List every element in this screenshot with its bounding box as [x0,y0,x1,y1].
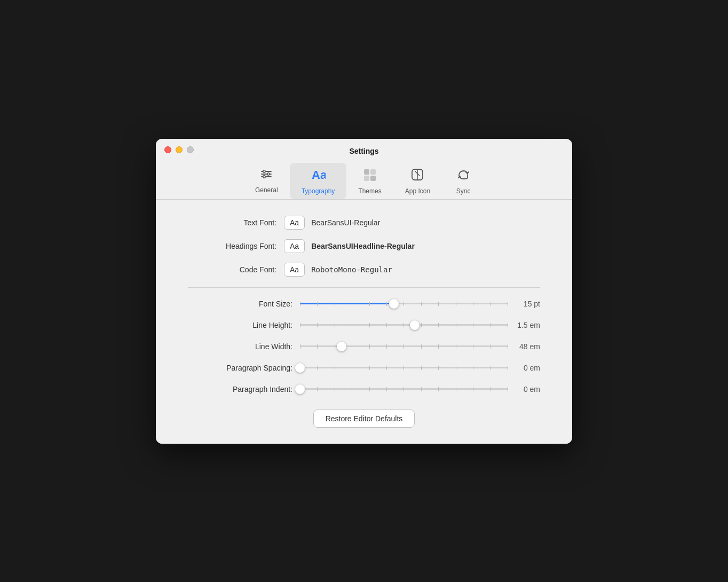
tab-app-icon-label: App Icon [405,187,430,195]
tab-general-label: General [255,186,278,194]
line-width-value: 48 em [508,342,540,351]
settings-window: Settings General [156,139,572,444]
app-icon-icon [410,167,425,185]
headings-font-name: BearSansUIHeadline-Regular [311,242,415,250]
toolbar: General Aa Typography [164,161,564,199]
fonts-section: Text Font: Aa BearSansUI-Regular Heading… [188,216,540,277]
paragraph-spacing-slider-wrap [300,363,508,373]
font-size-label: Font Size: [188,300,300,308]
sliders-section: Font Size: 15 pt Li [188,298,540,395]
themes-icon [362,167,377,185]
typography-icon: Aa [311,167,326,185]
svg-rect-10 [370,176,376,181]
restore-defaults-button[interactable]: Restore Editor Defaults [313,410,415,428]
tab-app-icon[interactable]: App Icon [393,163,442,199]
text-font-row: Text Font: Aa BearSansUI-Regular [188,216,540,230]
svg-rect-9 [364,176,369,181]
paragraph-indent-value: 0 em [508,385,540,394]
svg-point-4 [267,172,270,175]
code-font-preview-button[interactable]: Aa [284,263,305,277]
line-height-value: 1.5 em [508,321,540,329]
general-icon [259,167,273,184]
font-size-track [300,303,508,304]
text-font-preview-button[interactable]: Aa [284,216,305,230]
font-size-slider-container [300,298,508,309]
font-size-row: Font Size: 15 pt [188,298,540,309]
tab-sync-label: Sync [456,187,471,195]
tab-typography[interactable]: Aa Typography [290,163,347,199]
paragraph-spacing-slider-container [300,363,508,373]
paragraph-indent-label: Paragraph Indent: [188,385,300,394]
paragraph-spacing-value: 0 em [508,364,540,372]
tab-themes[interactable]: Themes [346,163,393,199]
paragraph-indent-slider-wrap [300,384,508,395]
font-size-fill [300,303,394,304]
tab-themes-label: Themes [358,187,381,195]
line-height-row: Line Height: 1.5 em [188,320,540,331]
line-width-thumb [337,342,346,351]
paragraph-indent-row: Paragraph Indent: 0 em [188,384,540,395]
line-height-slider-container [300,320,508,331]
tab-sync[interactable]: Sync [442,163,485,199]
paragraph-spacing-track [300,367,508,368]
font-size-slider-wrap [300,298,508,309]
paragraph-indent-track [300,388,508,390]
svg-point-3 [263,170,265,172]
code-font-name: RobotoMono-Regular [311,265,392,274]
svg-rect-7 [364,169,369,175]
line-height-thumb [410,320,420,330]
svg-point-5 [263,175,265,177]
paragraph-spacing-row: Paragraph Spacing: 0 em [188,363,540,373]
line-width-slider-wrap [300,341,508,352]
sync-icon [456,167,471,185]
svg-text:Aa: Aa [312,168,326,182]
line-width-label: Line Width: [188,342,300,351]
line-height-label: Line Height: [188,321,300,329]
svg-rect-8 [370,169,376,175]
content-area: Text Font: Aa BearSansUI-Regular Heading… [156,200,572,444]
restore-section: Restore Editor Defaults [188,410,540,428]
tab-typography-label: Typography [302,187,335,195]
paragraph-spacing-label: Paragraph Spacing: [188,364,300,372]
section-divider [188,287,540,288]
code-font-label: Code Font: [188,265,284,274]
headings-font-preview-button[interactable]: Aa [284,239,305,253]
code-font-row: Code Font: Aa RobotoMono-Regular [188,263,540,277]
window-title: Settings [164,147,564,155]
headings-font-row: Headings Font: Aa BearSansUIHeadline-Reg… [188,239,540,253]
line-width-row: Line Width: 48 em [188,341,540,352]
text-font-name: BearSansUI-Regular [311,218,380,227]
tab-general[interactable]: General [243,163,290,199]
paragraph-indent-slider-container [300,384,508,395]
font-size-value: 15 pt [508,300,540,308]
line-width-slider-container [300,341,508,352]
line-height-slider-wrap [300,320,508,331]
text-font-label: Text Font: [188,218,284,227]
headings-font-label: Headings Font: [188,242,284,250]
line-height-track [300,324,508,326]
line-width-track [300,345,508,347]
titlebar: Settings General [156,139,572,199]
